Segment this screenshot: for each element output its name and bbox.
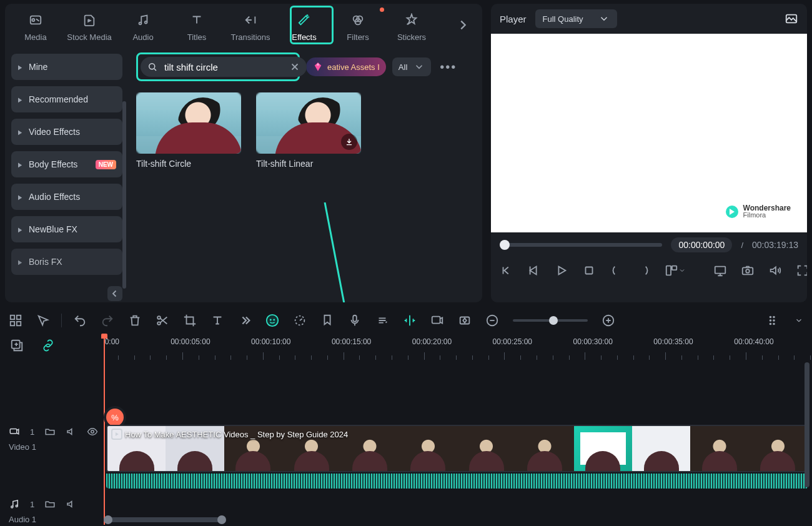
add-track-button[interactable] bbox=[10, 339, 24, 352]
effects-icon bbox=[297, 11, 311, 29]
prev-frame-button[interactable] bbox=[500, 264, 513, 277]
tab-audio[interactable]: Audio bbox=[116, 9, 170, 42]
capture-button[interactable] bbox=[741, 264, 755, 277]
player-watermark: Wondershare Filmora bbox=[726, 204, 791, 219]
timeline-horizontal-scrollbar[interactable] bbox=[104, 517, 806, 522]
track-manager-button[interactable] bbox=[9, 314, 22, 327]
tab-media[interactable]: Media bbox=[9, 9, 62, 42]
svg-rect-14 bbox=[743, 267, 753, 274]
svg-rect-12 bbox=[672, 266, 676, 270]
play-button[interactable] bbox=[555, 264, 568, 277]
sidebar-item-mine[interactable]: ▶ Mine bbox=[11, 54, 122, 80]
zoom-thumb[interactable] bbox=[549, 316, 558, 325]
play-backward-button[interactable] bbox=[527, 264, 541, 277]
search-field[interactable] bbox=[141, 57, 307, 77]
svg-rect-38 bbox=[10, 429, 17, 434]
tab-stickers[interactable]: Stickers bbox=[385, 9, 438, 42]
svg-point-39 bbox=[91, 430, 94, 434]
timeline-view-button[interactable] bbox=[767, 314, 781, 327]
auto-beat-button[interactable] bbox=[403, 314, 417, 327]
sidebar-item-video-effects[interactable]: ▶ Video Effects bbox=[11, 119, 122, 145]
audio-track-index: 1 bbox=[30, 500, 34, 509]
ai-tool-button[interactable] bbox=[265, 314, 279, 327]
layout-dropdown[interactable] bbox=[665, 264, 686, 277]
snapshot-icon[interactable] bbox=[785, 12, 798, 26]
effect-card-tilt-shift-circle[interactable]: Tilt-shift Circle bbox=[136, 92, 241, 169]
player-seek-slider[interactable] bbox=[500, 243, 662, 247]
timeline-ruler[interactable]: 00:0000:00:05:0000:00:10:0000:00:15:0000… bbox=[104, 335, 812, 362]
tab-label: Transitions bbox=[230, 32, 270, 42]
sidebar-item-boris-fx[interactable]: ▶ Boris FX bbox=[11, 249, 122, 275]
chevron-right-icon: ▶ bbox=[18, 161, 22, 168]
zoom-out-button[interactable] bbox=[485, 314, 499, 327]
effect-card-tilt-shift-linear[interactable]: Tilt-shift Linear bbox=[256, 92, 361, 169]
zoom-slider[interactable] bbox=[513, 319, 588, 322]
svg-rect-17 bbox=[17, 315, 21, 319]
audio-mixer-button[interactable] bbox=[375, 314, 389, 327]
volume-button[interactable] bbox=[768, 264, 782, 277]
svg-point-34 bbox=[773, 317, 775, 318]
sidebar-scrollbar[interactable] bbox=[122, 101, 126, 289]
svg-point-23 bbox=[270, 319, 272, 321]
toolbar-more-button[interactable] bbox=[238, 314, 252, 327]
tab-filters[interactable]: Filters bbox=[331, 9, 385, 42]
more-options-button[interactable]: ••• bbox=[437, 60, 459, 74]
undo-button[interactable] bbox=[73, 314, 87, 327]
download-icon[interactable] bbox=[341, 134, 357, 150]
mute-toggle[interactable] bbox=[66, 499, 77, 510]
sidebar-item-recommended[interactable]: ▶ Recommended bbox=[11, 86, 122, 112]
player-viewport[interactable]: Wondershare Filmora bbox=[491, 34, 807, 232]
timeline-vertical-scrollbar[interactable] bbox=[805, 362, 810, 487]
speed-tool-button[interactable] bbox=[293, 314, 307, 327]
voiceover-button[interactable] bbox=[348, 314, 362, 327]
sidebar-item-label: Boris FX bbox=[29, 257, 62, 267]
search-input[interactable] bbox=[163, 61, 284, 73]
mute-toggle[interactable] bbox=[66, 426, 77, 437]
filter-dropdown[interactable]: All bbox=[392, 57, 431, 76]
chevron-right-icon: ▶ bbox=[18, 96, 22, 103]
tab-transitions[interactable]: Transitions bbox=[224, 9, 277, 42]
crop-button[interactable] bbox=[183, 314, 197, 327]
tab-effects[interactable]: Effects bbox=[277, 9, 331, 42]
chevron-right-icon: ▶ bbox=[18, 129, 22, 136]
sidebar-item-body-effects[interactable]: ▶ Body Effects NEW bbox=[11, 151, 122, 177]
tab-stock-media[interactable]: Stock Media bbox=[62, 9, 116, 42]
link-toggle-button[interactable] bbox=[41, 339, 55, 352]
folder-icon[interactable] bbox=[44, 499, 56, 510]
keyframe-button[interactable] bbox=[458, 314, 472, 327]
sidebar-item-audio-effects[interactable]: ▶ Audio Effects bbox=[11, 184, 122, 210]
timeline-view-chevron[interactable] bbox=[795, 314, 803, 327]
display-settings-button[interactable] bbox=[713, 264, 727, 277]
text-tool-button[interactable] bbox=[210, 314, 224, 327]
creative-assets-button[interactable]: eative Assets I bbox=[306, 57, 386, 76]
player-quality-dropdown[interactable]: Full Quality bbox=[535, 9, 617, 28]
sidebar-collapse-button[interactable] bbox=[107, 286, 122, 301]
search-icon bbox=[147, 61, 158, 72]
tab-titles[interactable]: Titles bbox=[170, 9, 224, 42]
mark-out-button[interactable] bbox=[637, 264, 651, 277]
record-screen-button[interactable] bbox=[430, 314, 444, 327]
selection-tool-button[interactable] bbox=[36, 314, 50, 327]
svg-point-33 bbox=[770, 324, 771, 325]
zoom-in-button[interactable] bbox=[602, 314, 615, 327]
video-clip[interactable]: How To Make AESTHETIC Videos _ Step by S… bbox=[106, 425, 808, 472]
folder-icon[interactable] bbox=[44, 426, 56, 437]
visibility-toggle[interactable] bbox=[87, 426, 98, 437]
fullscreen-button[interactable] bbox=[796, 264, 807, 277]
sidebar-item-newblue-fx[interactable]: ▶ NewBlue FX bbox=[11, 216, 122, 242]
chevron-right-icon: ▶ bbox=[18, 226, 22, 233]
clip-title: How To Make AESTHETIC Videos _ Step by S… bbox=[125, 430, 348, 439]
sidebar-item-label: NewBlue FX bbox=[29, 224, 77, 234]
split-button[interactable] bbox=[156, 314, 169, 327]
delete-button[interactable] bbox=[128, 314, 142, 327]
clear-search-button[interactable] bbox=[289, 61, 300, 72]
redo-button[interactable] bbox=[101, 314, 114, 327]
svg-rect-19 bbox=[17, 322, 21, 325]
svg-rect-18 bbox=[11, 322, 14, 325]
mark-in-button[interactable] bbox=[610, 264, 623, 277]
stop-button[interactable] bbox=[582, 264, 596, 277]
seek-thumb[interactable] bbox=[500, 240, 510, 250]
marker-tool-button[interactable] bbox=[320, 314, 334, 327]
svg-rect-27 bbox=[432, 317, 440, 324]
tabs-scroll-right[interactable] bbox=[447, 13, 478, 37]
